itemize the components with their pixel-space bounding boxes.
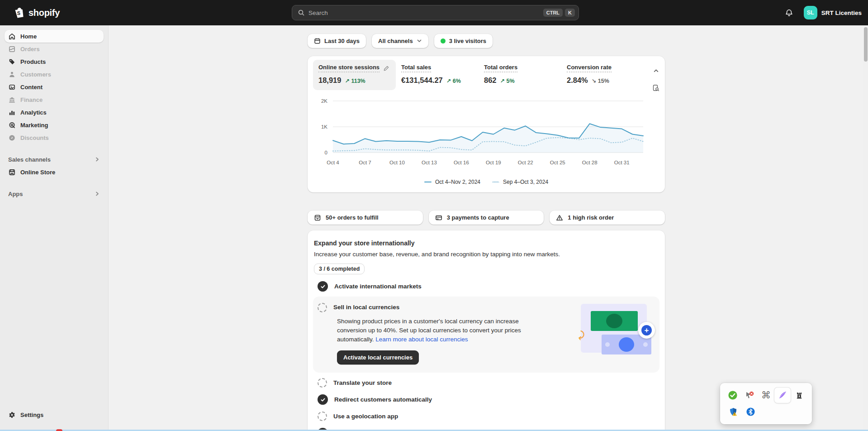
dashed-circle-icon[interactable] — [318, 303, 327, 312]
sidebar-item-label: Marketing — [20, 122, 48, 129]
task-use-geolocation-app[interactable]: Use a geolocation app — [313, 408, 659, 425]
metric-conversion-rate[interactable]: Conversion rate 2.84% ↘ 15% — [561, 60, 644, 90]
pencil-icon[interactable] — [383, 65, 389, 72]
shopify-bag-icon: S — [14, 7, 25, 19]
metric-online-store-sessions[interactable]: Online store sessions 18,919 ↗ 113% — [313, 60, 396, 90]
metric-change: ↗ 5% — [500, 77, 515, 84]
legend-previous-period[interactable]: Sep 4–Oct 3, 2024 — [492, 179, 548, 185]
tray-shield-warning-icon[interactable] — [725, 404, 742, 420]
sidebar-item-marketing[interactable]: Marketing — [5, 119, 104, 131]
task-label: Redirect customers automatically — [334, 396, 432, 403]
expand-internationally-card: Expand your store internationally Increa… — [308, 230, 665, 431]
metric-value: €131,544.27 — [401, 76, 443, 85]
task-translate-your-store[interactable]: Translate your store — [313, 374, 659, 391]
line-chart: 01K2KOct 4Oct 7Oct 10Oct 13Oct 16Oct 19O… — [314, 95, 650, 172]
taskbar-peek-icon — [56, 429, 62, 431]
svg-text:S: S — [17, 10, 20, 16]
payments-to-capture-button[interactable]: 3 payments to capture — [429, 211, 544, 225]
add-currency-button[interactable]: + — [638, 322, 655, 339]
notifications-button[interactable] — [782, 5, 797, 20]
exchange-arrow-icon: ⤸ — [578, 330, 585, 341]
activate-local-currencies-button[interactable]: Activate local currencies — [337, 350, 419, 364]
sidebar-item-label: Analytics — [20, 109, 47, 116]
collapse-chart-button[interactable] — [650, 64, 662, 77]
marketing-icon — [8, 121, 16, 129]
dashed-circle-icon — [318, 412, 327, 421]
check-circle-icon — [318, 281, 328, 292]
gear-icon — [8, 411, 16, 419]
legend-current-period[interactable]: Oct 4–Nov 2, 2024 — [424, 179, 480, 185]
sidebar-item-label: Orders — [20, 46, 40, 53]
tray-tower-icon[interactable] — [791, 388, 807, 403]
view-report-button[interactable] — [650, 81, 662, 94]
sidebar: Home Orders Products Customers Content F… — [0, 25, 109, 431]
plus-icon: + — [641, 325, 652, 335]
task-label: Activate international markets — [334, 283, 422, 290]
scrollbar-thumb[interactable] — [864, 27, 868, 62]
live-visitors-label: 3 live visitors — [449, 38, 486, 44]
tray-driver-error-icon[interactable] — [741, 388, 758, 403]
tray-green-check-icon[interactable] — [725, 388, 741, 403]
task-activate-international-markets[interactable]: Activate international markets — [313, 278, 659, 295]
metric-total-orders[interactable]: Total orders 862 ↗ 5% — [479, 60, 561, 90]
sales-channels-label: Sales channels — [8, 156, 51, 163]
tray-bluetooth-icon[interactable] — [742, 404, 759, 420]
alerts-row: 50+ orders to fulfill 3 payments to capt… — [308, 211, 665, 225]
tray-feather-icon[interactable] — [774, 388, 791, 403]
live-visitors-button[interactable]: 3 live visitors — [434, 34, 493, 48]
progress-badge: 3 / 6 completed — [314, 263, 365, 274]
svg-text:Oct 4: Oct 4 — [327, 160, 339, 165]
metric-total-sales[interactable]: Total sales €131,544.27 ↗ 6% — [396, 60, 479, 90]
dashed-circle-icon — [318, 378, 327, 388]
tray-knot-icon[interactable]: ⌘ — [758, 388, 774, 403]
metric-change: ↘ 15% — [592, 77, 609, 84]
svg-text:Oct 22: Oct 22 — [518, 160, 533, 165]
metric-label: Total orders — [484, 64, 517, 72]
search-icon — [298, 9, 305, 16]
alert-label: 3 payments to capture — [447, 214, 509, 221]
shopify-logo[interactable]: S shopify — [14, 7, 60, 19]
learn-more-link[interactable]: Learn more about local currencies — [375, 336, 468, 343]
task-redirect-customers[interactable]: Redirect customers automatically — [313, 391, 659, 408]
sidebar-item-online-store[interactable]: Online Store — [5, 166, 104, 178]
store-avatar: SL — [804, 6, 817, 19]
legend-label: Sep 4–Oct 3, 2024 — [503, 179, 548, 185]
sidebar-item-label: Discounts — [20, 134, 49, 141]
metric-label: Online store sessions — [318, 64, 379, 72]
orders-icon — [8, 45, 16, 53]
scrollbar[interactable] — [863, 25, 868, 431]
sidebar-item-analytics[interactable]: Analytics — [5, 106, 104, 119]
storefront-icon — [8, 168, 16, 176]
search-input[interactable]: Search CTRL K — [292, 5, 579, 20]
orders-to-fulfill-button[interactable]: 50+ orders to fulfill — [308, 211, 423, 225]
metric-label: Total sales — [401, 64, 431, 72]
sidebar-item-customers[interactable]: Customers — [5, 68, 104, 81]
date-range-button[interactable]: Last 30 days — [308, 34, 366, 48]
channels-dropdown[interactable]: All channels — [372, 34, 428, 48]
store-menu[interactable]: SL SRT Licenties — [804, 6, 862, 19]
svg-text:1K: 1K — [321, 124, 327, 129]
sidebar-section-apps[interactable]: Apps — [0, 188, 108, 199]
analytics-overview-card: Online store sessions 18,919 ↗ 113% Tota… — [308, 56, 665, 192]
sidebar-item-discounts[interactable]: Discounts — [5, 131, 104, 144]
sidebar-item-orders[interactable]: Orders — [5, 43, 104, 55]
sidebar-item-settings[interactable]: Settings — [5, 408, 104, 421]
main-content: Last 30 days All channels 3 live visitor… — [308, 25, 665, 431]
report-magnifier-icon — [652, 84, 659, 91]
sidebar-item-finance[interactable]: Finance — [5, 93, 104, 106]
svg-text:Oct 31: Oct 31 — [614, 160, 630, 165]
kbd-k: K — [565, 9, 575, 17]
sidebar-item-products[interactable]: Products — [5, 55, 104, 68]
sidebar-section-sales-channels[interactable]: Sales channels — [0, 154, 108, 165]
products-icon — [8, 58, 16, 66]
chevron-right-icon — [95, 157, 100, 162]
discounts-icon — [8, 134, 16, 142]
channels-label: All channels — [378, 38, 413, 44]
legend-solid-swatch — [424, 182, 432, 182]
high-risk-order-button[interactable]: 1 high risk order — [550, 211, 665, 225]
live-visitors-dot — [441, 38, 446, 43]
card-title: Expand your store internationally — [313, 239, 659, 247]
task-label: Use a geolocation app — [333, 413, 398, 420]
sidebar-item-home[interactable]: Home — [5, 30, 104, 43]
sidebar-item-content[interactable]: Content — [5, 81, 104, 93]
